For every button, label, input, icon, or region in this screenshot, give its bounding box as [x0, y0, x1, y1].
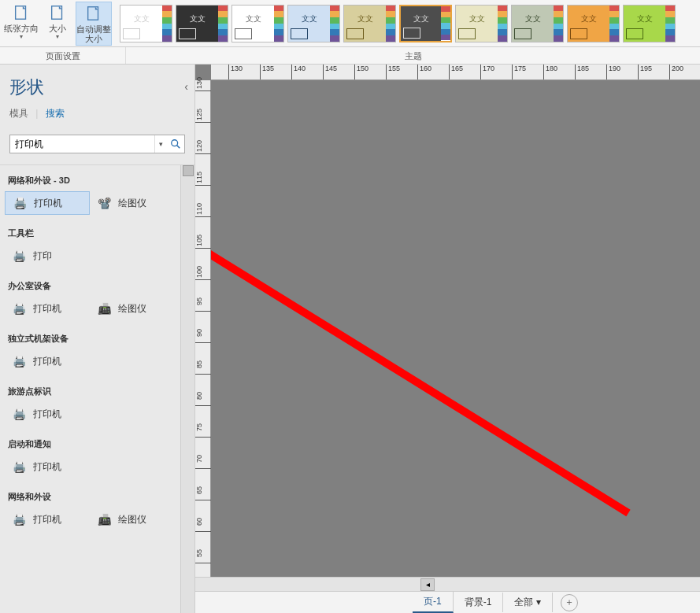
shape-label: 打印	[33, 249, 52, 263]
result-group-grid: 🖨️打印机	[0, 453, 194, 488]
shape-icon: 🖨️	[9, 301, 28, 316]
auto-fit-icon	[84, 4, 103, 23]
theme-thumb-5[interactable]: 文文	[399, 5, 452, 42]
page-tab-1[interactable]: 页-1	[413, 592, 454, 613]
h-tick: 195	[638, 65, 652, 80]
h-tick: 160	[417, 65, 431, 80]
shape-icon: 🖨️	[9, 248, 28, 264]
v-tick: 105	[195, 233, 211, 249]
h-tick: 185	[575, 65, 589, 80]
search-wrap: ▾	[0, 130, 194, 165]
h-tick: 150	[354, 65, 369, 80]
shape-label: 打印机	[33, 513, 61, 526]
search-dropdown-icon[interactable]: ▾	[154, 135, 167, 153]
v-tick: 130	[195, 76, 211, 91]
horizontal-scrollbar[interactable]: ◂	[195, 577, 700, 591]
result-group-header: 工具栏	[0, 224, 194, 242]
ribbon-page-orientation-button[interactable]: 纸张方向▾	[3, 2, 39, 46]
scrollbar-thumb[interactable]	[183, 165, 194, 176]
background-tab[interactable]: 背景-1	[454, 593, 504, 612]
h-tick: 175	[512, 65, 526, 80]
shape-label: 绘图仪	[118, 513, 146, 526]
h-tick: 200	[669, 65, 683, 80]
shape-label: 打印机	[34, 197, 62, 210]
v-tick: 110	[195, 201, 211, 217]
h-tick: 130	[228, 65, 243, 80]
shape-item[interactable]: 📠绘图仪	[90, 508, 175, 531]
theme-thumb-7[interactable]: 文文	[511, 5, 564, 42]
stencils-tab[interactable]: 模具	[9, 108, 28, 119]
result-group-header: 独立式机架设备	[0, 330, 194, 348]
collapse-panel-icon[interactable]: ‹	[184, 80, 188, 93]
canvas-area: 1251301351401451501551601651701751801851…	[195, 65, 700, 613]
shape-icon: 🖨️	[9, 511, 28, 527]
shape-item[interactable]: 🖨️打印机	[5, 402, 90, 426]
add-page-button[interactable]: ＋	[561, 594, 578, 611]
results-scrollbar[interactable]	[180, 165, 194, 613]
theme-thumb-9[interactable]: 文文	[623, 5, 676, 42]
result-group-grid: 🖨️打印机📠绘图仪	[0, 295, 194, 330]
ribbon-auto-fit-button[interactable]: 自动调整大小	[76, 2, 112, 46]
h-tick: 155	[386, 65, 400, 80]
result-group-header: 办公室设备	[0, 277, 194, 295]
shape-label: 打印机	[33, 302, 61, 316]
shape-item[interactable]: 📠绘图仪	[90, 297, 175, 320]
shape-item[interactable]: 🖨️打印机	[5, 297, 90, 320]
canvas-row: 130125120115110105100959085807570656055	[195, 80, 700, 613]
result-group-grid: 🖨️打印机	[0, 401, 194, 435]
ribbon-page-size-button[interactable]: 大小▾	[39, 2, 76, 46]
v-tick: 60	[195, 516, 211, 532]
result-group-grid: 🖨️打印机📠绘图仪	[0, 506, 194, 541]
v-tick: 80	[195, 390, 211, 406]
shape-icon: 🖨️	[9, 459, 28, 475]
all-tab[interactable]: 全部 ▾	[503, 593, 552, 612]
svg-point-3	[172, 140, 178, 146]
h-tick: 135	[260, 65, 274, 80]
v-tick: 120	[195, 138, 211, 154]
v-tick: 100	[195, 264, 211, 280]
page-orientation-icon	[12, 3, 31, 22]
shape-label: 绘图仪	[118, 302, 146, 316]
scroll-left-icon[interactable]: ◂	[420, 578, 435, 591]
result-group-grid: 🖨️打印	[0, 242, 194, 277]
v-tick: 115	[195, 170, 211, 186]
theme-thumb-2[interactable]: 文文	[231, 5, 284, 42]
shape-icon: 📠	[94, 301, 113, 316]
shape-icon: 🖨️	[9, 353, 28, 369]
result-group-header: 网络和外设 - 3D	[0, 172, 194, 190]
search-input[interactable]	[10, 135, 154, 153]
h-tick: 180	[543, 65, 557, 80]
search-go-button[interactable]	[167, 135, 184, 153]
shape-item[interactable]: 🖨️打印	[5, 244, 90, 268]
shape-label: 打印机	[33, 460, 61, 474]
magnifier-icon	[170, 138, 181, 150]
result-group-grid: 🖨️打印机	[0, 348, 194, 382]
shape-icon: 🖨️	[10, 195, 29, 211]
shape-item[interactable]: 🖨️打印机	[5, 508, 90, 531]
svg-line-6	[211, 206, 628, 513]
theme-thumb-1[interactable]: 文文	[176, 5, 228, 42]
shape-icon: 📽️	[94, 195, 113, 211]
annotation-arrow	[211, 80, 700, 584]
drawing-canvas[interactable]	[211, 80, 700, 613]
result-group-header: 网络和外设	[0, 488, 194, 506]
shapes-panel-title: 形状	[0, 65, 194, 102]
theme-thumb-0[interactable]: 文文	[120, 5, 172, 42]
theme-gallery: 文文文文文文文文文文文文文文文文文文文文	[115, 0, 700, 46]
shape-item[interactable]: 🖨️打印机	[5, 349, 90, 373]
h-tick: 145	[323, 65, 337, 80]
theme-thumb-6[interactable]: 文文	[455, 5, 508, 42]
v-tick: 75	[195, 422, 211, 438]
v-tick: 65	[195, 485, 211, 500]
shape-item[interactable]: 📽️绘图仪	[90, 191, 175, 215]
search-tab[interactable]: 搜索	[46, 108, 65, 119]
ribbon-group-labels: 页面设置 主题	[0, 47, 700, 65]
theme-thumb-4[interactable]: 文文	[343, 5, 396, 42]
theme-thumb-8[interactable]: 文文	[567, 5, 620, 42]
theme-thumb-3[interactable]: 文文	[287, 5, 340, 42]
ribbon-page-setup-group: 纸张方向▾大小▾自动调整大小	[0, 0, 115, 46]
page-setup-group-label: 页面设置	[0, 47, 126, 64]
shape-item[interactable]: 🖨️打印机	[5, 455, 90, 478]
horizontal-ruler: 1251301351401451501551601651701751801851…	[211, 65, 700, 80]
shape-item[interactable]: 🖨️打印机	[5, 191, 90, 215]
